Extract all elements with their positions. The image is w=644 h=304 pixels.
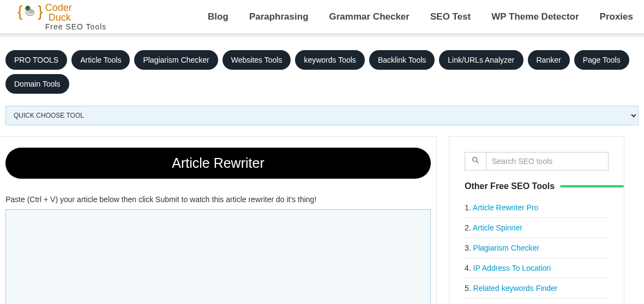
pill-pro-tools[interactable]: PRO TOOLS: [5, 50, 67, 70]
search-row: [465, 152, 609, 171]
nav-paraphrasing[interactable]: Paraphrasing: [249, 11, 309, 22]
nav-grammar-checker[interactable]: Grammar Checker: [329, 11, 410, 22]
list-number: 2.: [465, 223, 471, 232]
search-icon: [472, 156, 479, 166]
pill-ranker[interactable]: Ranker: [528, 50, 570, 70]
logo-subtitle: Free SEO Tools: [45, 22, 107, 31]
list-item: 1. Article Rewriter Pro: [465, 198, 609, 218]
search-button[interactable]: [465, 152, 486, 171]
svg-point-4: [473, 157, 477, 162]
list-number: 4.: [465, 264, 471, 272]
tool-link-related-keywords-finder[interactable]: Related keywords Finder: [473, 284, 558, 293]
list-item: 3. Plagiarism Checker: [465, 238, 609, 258]
list-item: 6. Instant Backlink Indexer: [465, 299, 609, 304]
nav-proxies[interactable]: Proxies: [600, 11, 633, 22]
list-number: 5.: [465, 284, 471, 293]
nav-blog[interactable]: Blog: [208, 11, 228, 22]
svg-line-5: [477, 161, 478, 163]
logo-icon: { }: [17, 3, 43, 20]
quick-choose-tool-select[interactable]: QUICK CHOOSE TOOL: [5, 106, 639, 125]
pill-domain-tools[interactable]: Domain Tools: [5, 74, 69, 94]
tool-link-article-spinner[interactable]: Article Spinner: [473, 223, 522, 232]
quick-select-row: QUICK CHOOSE TOOL: [0, 102, 644, 131]
sidebar: Other Free SEO Tools 1. Article Rewriter…: [449, 136, 624, 304]
logo-text-coder: Coder: [45, 3, 107, 13]
pill-keywords-tools[interactable]: keywords Tools: [295, 50, 364, 70]
pill-websites-tools[interactable]: Websites Tools: [222, 50, 291, 70]
nav-seo-test[interactable]: SEO Test: [430, 11, 471, 22]
pill-backlink-tools[interactable]: Backlink Tools: [369, 50, 435, 70]
header-shadow: [0, 34, 644, 38]
list-item: 2. Article Spinner: [465, 218, 609, 238]
svg-point-3: [28, 9, 34, 13]
other-tools-heading: Other Free SEO Tools: [465, 181, 555, 191]
tool-link-plagiarism-checker[interactable]: Plagiarism Checker: [473, 244, 539, 252]
search-input[interactable]: [486, 152, 609, 171]
pill-page-tools[interactable]: Page Tools: [574, 50, 629, 70]
logo[interactable]: { } Coder Duck Free SEO Tools: [11, 3, 106, 31]
list-item: 5. Related keywords Finder: [465, 278, 609, 299]
main-column: Article Rewriter Paste (Ctrl + V) your a…: [0, 136, 437, 304]
accent-line: [560, 185, 624, 187]
duck-icon: [23, 4, 37, 19]
pill-plagiarism-checker[interactable]: Plagiarism Checker: [134, 50, 218, 70]
list-number: 1.: [465, 203, 471, 212]
instruction-text: Paste (Ctrl + V) your article below then…: [5, 195, 431, 204]
tool-list: 1. Article Rewriter Pro 2. Article Spinn…: [465, 198, 609, 304]
pill-link-urls-analyzer[interactable]: Link/URLs Analyzer: [439, 50, 523, 70]
nav-wp-theme-detector[interactable]: WP Theme Detector: [491, 11, 579, 22]
article-input[interactable]: [5, 209, 431, 304]
content-row: Article Rewriter Paste (Ctrl + V) your a…: [0, 131, 644, 304]
list-item: 4. IP Address To Location: [465, 258, 609, 278]
category-pills: PRO TOOLS Article Tools Plagiarism Check…: [0, 38, 644, 102]
page-title: Article Rewriter: [5, 148, 431, 179]
pill-article-tools[interactable]: Article Tools: [71, 50, 130, 70]
list-number: 3.: [465, 244, 471, 252]
left-brace-icon: {: [17, 3, 22, 20]
tool-link-article-rewriter-pro[interactable]: Article Rewriter Pro: [473, 203, 539, 212]
logo-text-duck: Duck: [45, 13, 107, 22]
right-brace-icon: }: [38, 3, 43, 20]
other-tools-heading-row: Other Free SEO Tools: [465, 181, 609, 191]
svg-point-2: [27, 7, 28, 8]
tool-link-ip-address-to-location[interactable]: IP Address To Location: [473, 264, 551, 272]
site-header: { } Coder Duck Free SEO Tools Blog Parap…: [0, 0, 644, 34]
main-nav: Blog Paraphrasing Grammar Checker SEO Te…: [208, 11, 633, 22]
